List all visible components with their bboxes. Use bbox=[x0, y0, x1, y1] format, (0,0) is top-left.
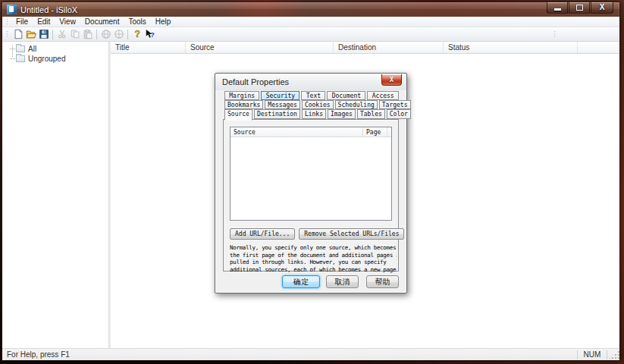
description-line: additional sources, each of which become… bbox=[230, 266, 397, 274]
save-icon[interactable] bbox=[37, 28, 50, 40]
dialog-close-button[interactable]: X bbox=[381, 74, 402, 86]
source-list-body[interactable] bbox=[230, 137, 391, 220]
ok-button[interactable]: 确定 bbox=[282, 275, 320, 288]
window-title: Untitled - iSiloX bbox=[20, 5, 77, 14]
list-column-headers: Title Source Destination Status bbox=[111, 42, 619, 54]
folder-icon bbox=[16, 46, 25, 52]
tab-security[interactable]: Security bbox=[261, 91, 299, 100]
tab-links[interactable]: Links bbox=[302, 109, 326, 119]
toolbar-band2-grip[interactable] bbox=[553, 30, 557, 38]
new-document-icon[interactable] bbox=[11, 28, 24, 40]
menu-help[interactable]: Help bbox=[151, 17, 176, 27]
tree-item-label: Ungrouped bbox=[28, 55, 65, 63]
open-file-icon[interactable] bbox=[24, 28, 37, 40]
dialog-titlebar[interactable]: Default Properties bbox=[215, 74, 406, 90]
tab-destination[interactable]: Destination bbox=[254, 109, 300, 119]
cancel-button[interactable]: 取消 bbox=[326, 275, 359, 288]
cut-icon[interactable] bbox=[55, 28, 68, 40]
column-source[interactable]: Source bbox=[186, 42, 334, 53]
menu-document[interactable]: Document bbox=[80, 17, 124, 27]
tab-row-3: Source Destination Links Images Tables C… bbox=[224, 109, 399, 118]
close-icon: X bbox=[600, 4, 605, 11]
remove-selected-button[interactable]: Remove Selected URLs/Files bbox=[299, 228, 404, 240]
minimize-button[interactable] bbox=[547, 2, 568, 14]
description-line: Normally, you specify only one source, w… bbox=[230, 244, 397, 252]
toolbar-separator bbox=[127, 30, 128, 39]
menu-file[interactable]: File bbox=[11, 17, 33, 27]
help-button[interactable]: 帮助 bbox=[366, 275, 399, 288]
dialog-tab-control: Margins Security Text Document Access Bo… bbox=[224, 91, 399, 118]
menu-bar: File Edit View Document Tools Help bbox=[2, 17, 619, 27]
tab-row-1: Margins Security Text Document Access bbox=[224, 91, 399, 100]
copy-icon[interactable] bbox=[68, 28, 81, 40]
toolbar-separator bbox=[96, 30, 97, 39]
source-list-column-source[interactable]: Source bbox=[230, 127, 363, 136]
source-description: Normally, you specify only one source, w… bbox=[230, 244, 397, 273]
caption-buttons: X bbox=[547, 2, 613, 14]
tree-item-all[interactable]: All bbox=[2, 44, 108, 54]
source-tab-page: Source Page Add URL/File... Remove Selec… bbox=[223, 119, 399, 271]
context-help-icon[interactable]: ? bbox=[143, 28, 156, 40]
column-destination[interactable]: Destination bbox=[334, 42, 444, 53]
maximize-button[interactable] bbox=[569, 2, 590, 14]
maximize-icon bbox=[576, 5, 583, 11]
menubar-grip[interactable] bbox=[6, 18, 9, 26]
tab-scheduling[interactable]: Scheduling bbox=[335, 100, 378, 109]
tree-item-ungrouped[interactable]: Ungrouped bbox=[2, 54, 108, 64]
tab-row-2: Bookmarks Messages Cookies Scheduling Ta… bbox=[224, 100, 399, 109]
tab-margins[interactable]: Margins bbox=[224, 91, 259, 100]
svg-text:?: ? bbox=[150, 30, 155, 39]
close-button[interactable]: X bbox=[591, 2, 613, 14]
tab-tables[interactable]: Tables bbox=[357, 109, 385, 119]
description-line: pulled in through links. However, you ca… bbox=[230, 259, 397, 266]
minimize-icon bbox=[554, 8, 561, 11]
tab-targets[interactable]: Targets bbox=[379, 100, 411, 109]
menu-tools[interactable]: Tools bbox=[124, 17, 150, 27]
update-web-icon[interactable] bbox=[112, 28, 125, 40]
num-lock-indicator: NUM bbox=[577, 350, 607, 359]
svg-text:?: ? bbox=[134, 29, 140, 39]
tab-source[interactable]: Source bbox=[224, 109, 252, 121]
tree-item-label: All bbox=[28, 45, 36, 53]
tree-connector bbox=[10, 58, 15, 59]
paste-icon[interactable] bbox=[81, 28, 94, 40]
toolbar: ? ? bbox=[2, 27, 619, 42]
folder-icon bbox=[16, 55, 25, 62]
tab-cookies[interactable]: Cookies bbox=[302, 100, 334, 109]
menu-view[interactable]: View bbox=[55, 17, 80, 27]
tree-connector-line bbox=[12, 46, 13, 57]
menu-edit[interactable]: Edit bbox=[33, 17, 55, 27]
column-status[interactable]: Status bbox=[444, 42, 578, 53]
toolbar-grip[interactable] bbox=[6, 30, 9, 38]
description-line: the first page of the document and addit… bbox=[230, 252, 397, 259]
source-buttons-row: Add URL/File... Remove Selected URLs/Fil… bbox=[230, 228, 404, 240]
tab-bookmarks[interactable]: Bookmarks bbox=[224, 100, 263, 109]
source-list-header: Source Page bbox=[230, 127, 391, 137]
help-icon[interactable]: ? bbox=[130, 28, 143, 40]
tab-color[interactable]: Color bbox=[387, 109, 411, 119]
convert-web-icon[interactable] bbox=[99, 28, 112, 40]
window-titlebar[interactable]: Untitled - iSiloX X bbox=[2, 2, 619, 17]
tab-document[interactable]: Document bbox=[327, 91, 365, 100]
tab-messages[interactable]: Messages bbox=[265, 100, 300, 109]
resize-grip[interactable] bbox=[607, 350, 619, 360]
source-list-header-stub bbox=[387, 127, 391, 136]
tab-images[interactable]: Images bbox=[328, 109, 356, 119]
dialog-buttons-row: 确定 取消 帮助 bbox=[282, 275, 399, 288]
tab-text[interactable]: Text bbox=[301, 91, 325, 100]
status-bar: For Help, press F1 NUM bbox=[2, 348, 619, 360]
column-title[interactable]: Title bbox=[111, 42, 186, 53]
add-url-file-button[interactable]: Add URL/File... bbox=[230, 228, 295, 240]
tab-access[interactable]: Access bbox=[367, 91, 399, 100]
group-tree-panel: All Ungrouped bbox=[2, 42, 108, 348]
source-list-column-page[interactable]: Page bbox=[363, 127, 387, 136]
source-listbox[interactable]: Source Page bbox=[230, 127, 392, 221]
toolbar-separator bbox=[52, 30, 53, 39]
app-icon bbox=[7, 5, 17, 14]
status-message: For Help, press F1 bbox=[2, 350, 577, 359]
default-properties-dialog: Default Properties X Margins Security Te… bbox=[215, 73, 407, 293]
